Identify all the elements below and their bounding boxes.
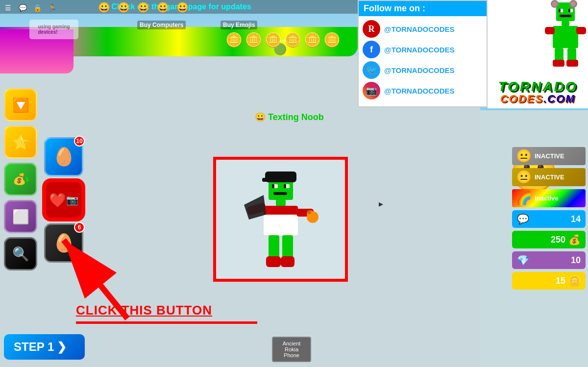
instagram-handle: @TORNADOCODES xyxy=(384,87,455,95)
svg-rect-41 xyxy=(566,60,578,67)
svg-point-27 xyxy=(552,1,557,6)
coin-stat-icon: 🪙 xyxy=(568,275,581,287)
sidebar-btn-square[interactable]: ⬜ xyxy=(4,200,37,233)
money-stat-value: 250 xyxy=(551,235,565,245)
tornado-text-block: TORNADO CODES.COM xyxy=(491,80,584,104)
stat-bar-chat: 💬 14 xyxy=(512,210,586,228)
facebook-handle: @TORNADOCODES xyxy=(384,46,455,54)
run-icon[interactable]: 🏃 xyxy=(47,2,57,13)
follow-title: Follow me on : xyxy=(359,1,487,16)
roblox-handle: @TORNADOCODES xyxy=(384,25,455,33)
gem-stat-icon: 💎 xyxy=(517,254,529,266)
coin-2: 🪙 xyxy=(245,32,262,48)
egg-badge: 10 xyxy=(74,136,85,147)
svg-rect-34 xyxy=(562,21,569,26)
step1-button[interactable]: STEP 1 ❯ xyxy=(4,334,85,360)
follow-row-twitter[interactable]: 🐦 @TORNADOCODES xyxy=(363,61,483,79)
sidebar-btn-camera[interactable]: ❤️ 📷 xyxy=(44,180,83,220)
click-underline xyxy=(76,321,257,324)
svg-rect-8 xyxy=(276,200,286,206)
svg-rect-5 xyxy=(272,184,274,188)
codes-label: CODES.COM xyxy=(491,94,584,104)
texting-noob-label: Texting Noob xyxy=(255,112,324,122)
status-text-2: INACTIVE xyxy=(535,173,564,181)
svg-rect-6 xyxy=(284,184,286,188)
status-badge-3: 🌈 Inactive xyxy=(512,189,586,207)
tornado-branding: TORNADO CODES.COM xyxy=(488,0,588,108)
facebook-icon: f xyxy=(363,41,380,58)
svg-rect-31 xyxy=(559,9,561,12)
buy-computers-sign: Buy Computers xyxy=(137,21,186,29)
svg-point-28 xyxy=(571,1,576,6)
coin-4: 🪙 xyxy=(284,32,301,48)
svg-rect-37 xyxy=(576,27,586,34)
right-sidebar: 😐 INACTIVE 😐 INACTIVE 🌈 Inactive 💬 14 25… xyxy=(512,147,586,290)
svg-rect-32 xyxy=(568,9,570,12)
status-badge-1: 😐 INACTIVE xyxy=(512,147,586,165)
svg-marker-13 xyxy=(244,195,266,220)
sidebar-btn-money[interactable]: 💰$ xyxy=(4,163,37,196)
follow-row-roblox[interactable]: R @TORNADOCODES xyxy=(363,20,483,38)
chat-stat-value: 14 xyxy=(571,214,581,224)
ancient-phone-label: AncientRokiaPhone xyxy=(283,341,301,358)
step1-arrow: ❯ xyxy=(57,340,67,354)
follow-row-facebook[interactable]: f @TORNADOCODES xyxy=(363,41,483,58)
sidebar-btn-search[interactable]: 🔍 xyxy=(4,237,37,270)
svg-rect-2 xyxy=(262,178,271,182)
chat-stat-icon: 💬 xyxy=(517,213,529,225)
status-text-3: Inactive xyxy=(535,195,558,202)
sidebar-btn-black-egg[interactable]: 🥚 6 xyxy=(44,223,83,263)
stat-bar-gem: 💎 10 xyxy=(512,251,586,269)
lock-icon[interactable]: 🔒 xyxy=(32,2,43,13)
svg-rect-18 xyxy=(269,235,279,260)
stat-bar-money: 250 💰 xyxy=(512,231,586,248)
instagram-icon: 📷 xyxy=(363,82,380,99)
character-svg xyxy=(242,166,320,273)
left-sidebar-col2: 🥚 10 ❤️ 📷 🥚 6 xyxy=(44,137,83,263)
roblox-icon: R xyxy=(363,20,380,38)
svg-rect-19 xyxy=(282,235,293,260)
left-sidebar: 🔽 ⭐ 💰$ ⬜ 🔍 xyxy=(4,88,37,270)
coin-5: 🪙 xyxy=(304,32,321,48)
coin-3: 🪙 xyxy=(265,32,282,48)
game-top-icons: 😀 😀 😀 😀 😀 xyxy=(98,0,189,15)
chat-icon[interactable]: 💬 xyxy=(17,2,28,13)
svg-rect-40 xyxy=(553,60,564,67)
svg-point-17 xyxy=(307,210,311,214)
click-instruction: CLICK THIS BUTTON xyxy=(76,303,212,318)
status-text-1: INACTIVE xyxy=(535,152,564,160)
svg-rect-36 xyxy=(545,27,555,34)
cursor: ▸ xyxy=(379,198,383,209)
game-background: using gamingdevices! 🪙 🪙 🪙 🪙 🪙 🪙 😀 😀 😀 😀… xyxy=(0,0,588,367)
svg-rect-21 xyxy=(281,256,294,267)
twitter-handle: @TORNADOCODES xyxy=(384,66,455,74)
buy-emojis-sign: Buy Emojis xyxy=(220,21,257,29)
coin-6: 🪙 xyxy=(323,32,341,48)
svg-rect-7 xyxy=(273,192,287,195)
ancient-phone-popup: AncientRokiaPhone xyxy=(272,337,311,362)
sidebar-btn-star[interactable]: ⭐ xyxy=(4,125,37,159)
step1-label: STEP 1 xyxy=(14,340,54,354)
coin-stat-value: 15 xyxy=(556,276,565,286)
svg-rect-11 xyxy=(264,215,298,216)
sidebar-btn-filter[interactable]: 🔽 xyxy=(4,88,37,122)
menu-icon[interactable]: ☰ xyxy=(2,2,13,13)
follow-panel: Follow me on : R @TORNADOCODES f @TORNAD… xyxy=(358,0,488,107)
svg-rect-35 xyxy=(553,26,578,48)
status-badge-2: 😐 INACTIVE xyxy=(512,168,586,186)
coin-1: 🪙 xyxy=(225,32,243,48)
character-preview-box xyxy=(213,157,348,282)
tornado-label: TORNADO xyxy=(491,80,584,94)
twitter-icon: 🐦 xyxy=(363,61,380,79)
follow-row-instagram[interactable]: 📷 @TORNADOCODES xyxy=(363,82,483,99)
svg-rect-10 xyxy=(264,206,298,216)
gem-stat-value: 10 xyxy=(571,255,581,266)
svg-rect-20 xyxy=(266,256,281,267)
toolbar: ☰ 💬 🔒 🏃 xyxy=(2,2,57,13)
money-stat-icon: 💰 xyxy=(568,234,581,245)
tornado-character xyxy=(544,0,588,69)
svg-rect-33 xyxy=(560,15,571,17)
sidebar-btn-egg[interactable]: 🥚 10 xyxy=(44,137,83,176)
stat-bar-coin: 15 🪙 xyxy=(512,272,586,290)
egg2-badge: 6 xyxy=(74,222,85,233)
